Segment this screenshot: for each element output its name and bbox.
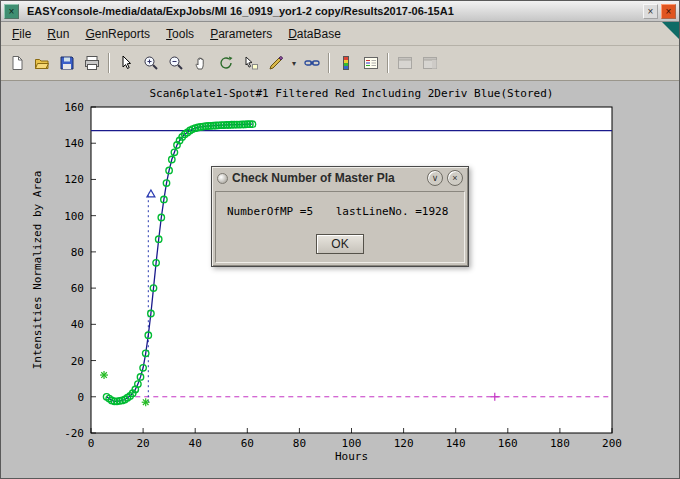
dialog-body: NumberOfMP =5 lastLineNo. =1928 OK	[215, 191, 465, 263]
y-axis-label: Intensities Normalized by Area	[31, 171, 44, 370]
dialog-collapse-button[interactable]: ∨	[427, 170, 443, 186]
svg-text:80: 80	[71, 246, 84, 259]
hand-icon	[193, 55, 209, 71]
svg-text:40: 40	[189, 437, 202, 450]
printer-icon	[84, 55, 100, 71]
dialog-field-numberofmp: NumberOfMP =5	[227, 205, 313, 218]
menu-item-parameters[interactable]: Parameters	[203, 24, 279, 44]
svg-text:100: 100	[342, 437, 362, 450]
dialog-close-button[interactable]: ×	[447, 170, 463, 186]
show-plot-tools-button[interactable]	[418, 51, 442, 75]
chart-title: Scan6plate1-Spot#1 Filtered Red Includin…	[91, 87, 612, 100]
app-window: × EASYconsole-/media/data/ExpJobs/MI 16_…	[0, 0, 680, 479]
menubar: File Run GenReports Tools Parameters Dat…	[1, 22, 679, 46]
toolbar-separator	[387, 53, 389, 73]
arrow-cursor-icon	[118, 55, 134, 71]
dialog-check-number-of-master-plates: Check Number of Master Pla ∨ × NumberOfM…	[211, 166, 469, 267]
menu-item-tools[interactable]: Tools	[159, 24, 201, 44]
svg-text:-20: -20	[64, 427, 84, 440]
x-axis-label: Hours	[91, 450, 612, 463]
menu-item-file[interactable]: File	[5, 24, 38, 44]
svg-text:160: 160	[498, 437, 518, 450]
dialog-titlebar[interactable]: Check Number of Master Pla ∨ ×	[212, 167, 468, 189]
svg-text:0: 0	[77, 391, 84, 404]
menu-item-genreports[interactable]: GenReports	[78, 24, 157, 44]
dialog-bullet-icon	[217, 173, 228, 184]
svg-text:20: 20	[71, 355, 84, 368]
insert-legend-button[interactable]	[359, 51, 383, 75]
hide-plot-tools-icon	[397, 55, 413, 71]
zoom-out-button[interactable]	[164, 51, 188, 75]
data-cursor-icon	[243, 55, 259, 71]
menu-corner-triangle-icon	[662, 22, 679, 39]
open-folder-icon	[34, 55, 50, 71]
new-document-icon	[9, 55, 25, 71]
brush-icon	[268, 55, 284, 71]
edit-plot-button[interactable]	[114, 51, 138, 75]
window-close-left-button[interactable]: ×	[4, 4, 19, 19]
svg-text:60: 60	[71, 282, 84, 295]
toolbar: ▾	[1, 46, 679, 81]
svg-text:160: 160	[64, 101, 84, 114]
svg-text:140: 140	[446, 437, 466, 450]
window-close-button[interactable]: ×	[661, 4, 676, 19]
dialog-message: NumberOfMP =5 lastLineNo. =1928	[227, 205, 464, 218]
pan-button[interactable]	[189, 51, 213, 75]
link-plot-button[interactable]	[300, 51, 324, 75]
rotate-icon	[218, 55, 234, 71]
zoom-out-icon	[168, 55, 184, 71]
menu-item-run[interactable]: Run	[40, 24, 76, 44]
colorbar-icon	[338, 55, 354, 71]
legend-icon	[363, 55, 379, 71]
svg-text:20: 20	[136, 437, 149, 450]
svg-text:120: 120	[394, 437, 414, 450]
window-shade-button[interactable]: ×	[643, 4, 658, 19]
chart-svg[interactable]: 020406080100120140160180200-200204060801…	[1, 81, 679, 478]
svg-text:140: 140	[64, 137, 84, 150]
svg-text:180: 180	[550, 437, 570, 450]
svg-text:120: 120	[64, 173, 84, 186]
figure-area: 020406080100120140160180200-200204060801…	[1, 81, 679, 478]
menu-item-database[interactable]: DataBase	[281, 24, 348, 44]
svg-text:200: 200	[602, 437, 622, 450]
svg-text:100: 100	[64, 210, 84, 223]
new-figure-button[interactable]	[5, 51, 29, 75]
svg-text:40: 40	[71, 318, 84, 331]
toolbar-separator	[328, 53, 330, 73]
print-figure-button[interactable]	[80, 51, 104, 75]
svg-text:0: 0	[88, 437, 95, 450]
data-cursor-button[interactable]	[239, 51, 263, 75]
svg-text:60: 60	[241, 437, 254, 450]
svg-text:80: 80	[293, 437, 306, 450]
hide-plot-tools-button[interactable]	[393, 51, 417, 75]
open-file-button[interactable]	[30, 51, 54, 75]
rotate-3d-button[interactable]	[214, 51, 238, 75]
toolbar-separator	[108, 53, 110, 73]
floppy-disk-icon	[59, 55, 75, 71]
brush-button[interactable]	[264, 51, 288, 75]
chain-link-icon	[304, 55, 320, 71]
dialog-title: Check Number of Master Pla	[232, 171, 423, 185]
ok-button[interactable]: OK	[316, 234, 364, 254]
window-title: EASYconsole-/media/data/ExpJobs/MI 16_09…	[27, 5, 640, 17]
brush-dropdown-button[interactable]: ▾	[289, 51, 299, 75]
insert-colorbar-button[interactable]	[334, 51, 358, 75]
save-figure-button[interactable]	[55, 51, 79, 75]
show-plot-tools-icon	[422, 55, 438, 71]
zoom-in-button[interactable]	[139, 51, 163, 75]
dialog-field-lastlineno: lastLineNo. =1928	[336, 205, 449, 218]
zoom-in-icon	[143, 55, 159, 71]
titlebar: × EASYconsole-/media/data/ExpJobs/MI 16_…	[1, 1, 679, 22]
